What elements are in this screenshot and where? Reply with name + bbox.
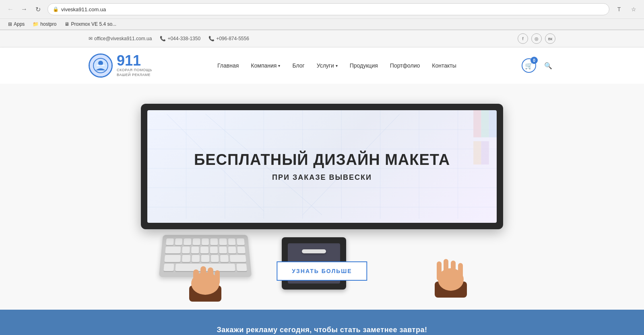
contact-phone1: 📞 +044-338-1350 bbox=[160, 36, 200, 41]
logo-text: 911 СКОРАЯ ПОМОЩЬ ВАШЕЙ РЕКЛАМЕ bbox=[117, 53, 152, 77]
logo-number: 911 bbox=[117, 53, 152, 68]
vk-button[interactable]: вк bbox=[545, 33, 555, 44]
url-text: viveska911.com.ua bbox=[61, 6, 604, 12]
nav-company-label: Компания bbox=[251, 62, 277, 69]
key bbox=[228, 247, 236, 253]
bookmark-proxmox-label: Proxmox VE 5.4 so... bbox=[71, 21, 116, 27]
nav-blog-label: Блог bbox=[292, 62, 304, 69]
browser-chrome: ← → ↻ 🔒 viveska911.com.ua T ☆ ⊞ Apps 📁 h… bbox=[0, 0, 644, 30]
star-button[interactable]: ☆ bbox=[628, 4, 639, 15]
nav-contacts-label: Контакты bbox=[432, 62, 456, 69]
nav-item-contacts[interactable]: Контакты bbox=[432, 62, 456, 69]
key bbox=[164, 255, 181, 262]
email-icon: ✉ bbox=[89, 36, 93, 41]
nav-item-home[interactable]: Главная bbox=[217, 62, 239, 69]
search-button[interactable]: 🔍 bbox=[541, 58, 555, 73]
bookmarks-bar: ⊞ Apps 📁 hostpro 🖥 Proxmox VE 5.4 so... bbox=[0, 19, 644, 30]
site-header: 911 СКОРАЯ ПОМОЩЬ ВАШЕЙ РЕКЛАМЕ Главная … bbox=[0, 47, 644, 84]
monitor: БЕСПЛАТНЫЙ ДИЗАЙН МАКЕТА ПРИ ЗАКАЗЕ ВЫВЕ… bbox=[141, 104, 503, 229]
site-logo[interactable]: 911 СКОРАЯ ПОМОЩЬ ВАШЕЙ РЕКЛАМЕ bbox=[89, 53, 152, 78]
instagram-button[interactable]: ◎ bbox=[531, 33, 542, 44]
hero-title: БЕСПЛАТНЫЙ ДИЗАЙН МАКЕТА bbox=[194, 151, 450, 169]
nav-products-label: Продукция bbox=[350, 62, 378, 69]
bookmark-apps-label: Apps bbox=[14, 21, 25, 27]
hand-right bbox=[431, 253, 471, 299]
key bbox=[230, 255, 246, 262]
svg-rect-2 bbox=[97, 65, 105, 66]
svg-rect-19 bbox=[473, 110, 481, 138]
logo-subtitle-line1: СКОРАЯ ПОМОЩЬ bbox=[117, 68, 152, 73]
nav-item-portfolio[interactable]: Портфолио bbox=[390, 62, 420, 69]
svg-rect-28 bbox=[208, 267, 213, 284]
apps-icon: ⊞ bbox=[8, 21, 12, 27]
topbar-inner: ✉ office@viveska911.com.ua 📞 +044-338-13… bbox=[80, 33, 564, 44]
key bbox=[236, 264, 247, 271]
bookmark-hostpro-label: hostpro bbox=[40, 21, 56, 27]
facebook-button[interactable]: f bbox=[518, 33, 528, 44]
svg-rect-33 bbox=[444, 259, 448, 280]
learn-more-button[interactable]: УЗНАТЬ БОЛЬШЕ bbox=[277, 261, 367, 281]
email-text: office@viveska911.com.ua bbox=[94, 36, 152, 41]
monitor-wrapper: БЕСПЛАТНЫЙ ДИЗАЙН МАКЕТА ПРИ ЗАКАЗЕ ВЫВЕ… bbox=[141, 104, 503, 229]
key bbox=[237, 238, 244, 245]
translate-button[interactable]: T bbox=[613, 4, 625, 15]
site-nav: Главная Компания ▾ Блог Услуги ▾ Продукц… bbox=[217, 62, 456, 69]
key bbox=[219, 238, 227, 245]
hero-subtitle: ПРИ ЗАКАЗЕ ВЫВЕСКИ bbox=[194, 173, 450, 182]
nav-item-products[interactable]: Продукция bbox=[350, 62, 378, 69]
key bbox=[165, 247, 181, 253]
svg-rect-23 bbox=[481, 141, 489, 164]
browser-toolbar: ← → ↻ 🔒 viveska911.com.ua T ☆ bbox=[0, 0, 644, 19]
proxmox-icon: 🖥 bbox=[64, 21, 69, 27]
cart-badge: 0 bbox=[530, 57, 538, 64]
logo-subtitle-line2: ВАШЕЙ РЕКЛАМЕ bbox=[117, 73, 152, 78]
key bbox=[202, 238, 209, 245]
blue-band-text: Закажи рекламу сегодня, чтобы стать заме… bbox=[8, 326, 636, 334]
key bbox=[211, 238, 218, 245]
services-chevron-icon: ▾ bbox=[336, 64, 338, 68]
key bbox=[228, 238, 236, 245]
bookmark-hostpro[interactable]: 📁 hostpro bbox=[29, 21, 60, 28]
svg-rect-29 bbox=[215, 270, 220, 285]
bookmark-apps[interactable]: ⊞ Apps bbox=[5, 21, 28, 28]
key bbox=[184, 238, 192, 245]
hand-left bbox=[181, 257, 229, 303]
svg-rect-34 bbox=[451, 261, 456, 280]
address-bar[interactable]: 🔒 viveska911.com.ua bbox=[47, 3, 609, 15]
site-topbar: ✉ office@viveska911.com.ua 📞 +044-338-13… bbox=[0, 30, 644, 47]
key bbox=[166, 238, 173, 245]
reload-button[interactable]: ↻ bbox=[32, 4, 43, 15]
key bbox=[237, 247, 245, 253]
topbar-contacts: ✉ office@viveska911.com.ua 📞 +044-338-13… bbox=[89, 36, 249, 41]
nav-item-services[interactable]: Услуги ▾ bbox=[317, 62, 338, 69]
monitor-screen: БЕСПЛАТНЫЙ ДИЗАЙН МАКЕТА ПРИ ЗАКАЗЕ ВЫВЕ… bbox=[147, 110, 497, 223]
nav-home-label: Главная bbox=[217, 62, 239, 69]
logo-circle bbox=[89, 53, 113, 78]
svg-rect-20 bbox=[481, 110, 489, 138]
tablet-pen bbox=[302, 249, 326, 253]
phone1-text: +044-338-1350 bbox=[167, 36, 200, 41]
logo-image bbox=[90, 55, 111, 76]
key bbox=[163, 264, 174, 271]
nav-actions: 🛒 0 🔍 bbox=[522, 58, 555, 73]
svg-rect-22 bbox=[473, 141, 481, 164]
nav-item-company[interactable]: Компания ▾ bbox=[251, 62, 280, 69]
screen-content: БЕСПЛАТНЫЙ ДИЗАЙН МАКЕТА ПРИ ЗАКАЗЕ ВЫВЕ… bbox=[194, 151, 450, 182]
key bbox=[191, 247, 199, 253]
cart-button[interactable]: 🛒 0 bbox=[522, 58, 536, 73]
forward-button[interactable]: → bbox=[19, 4, 30, 15]
contact-email: ✉ office@viveska911.com.ua bbox=[89, 36, 152, 41]
svg-rect-27 bbox=[200, 266, 206, 284]
back-button[interactable]: ← bbox=[5, 4, 16, 15]
hero-section: БЕСПЛАТНЫЙ ДИЗАЙН МАКЕТА ПРИ ЗАКАЗЕ ВЫВЕ… bbox=[0, 84, 644, 310]
key bbox=[210, 247, 217, 253]
website-content: ✉ office@viveska911.com.ua 📞 +044-338-13… bbox=[0, 30, 644, 335]
browser-actions: T ☆ bbox=[613, 4, 639, 15]
bookmark-proxmox[interactable]: 🖥 Proxmox VE 5.4 so... bbox=[61, 21, 120, 28]
lock-icon: 🔒 bbox=[53, 6, 59, 12]
svg-rect-26 bbox=[193, 269, 199, 286]
svg-rect-32 bbox=[437, 261, 442, 281]
key bbox=[182, 247, 190, 253]
nav-item-blog[interactable]: Блог bbox=[292, 62, 304, 69]
phone1-icon: 📞 bbox=[160, 36, 166, 41]
